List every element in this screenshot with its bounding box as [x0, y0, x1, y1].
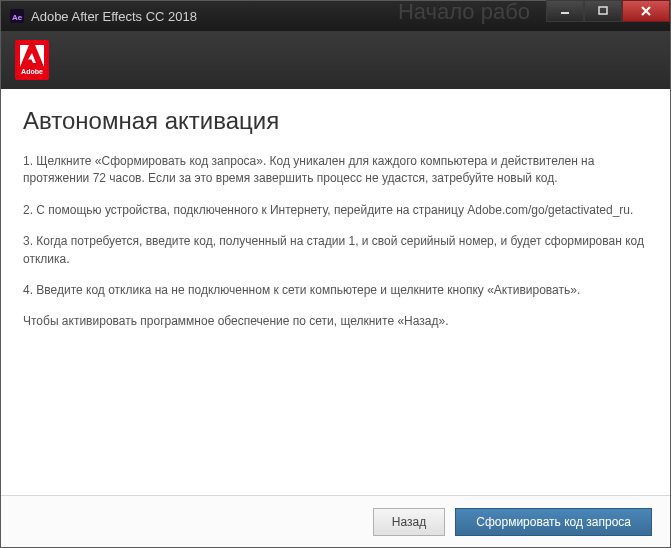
instruction-note: Чтобы активировать программное обеспечен…: [23, 313, 648, 330]
instruction-step-1: 1. Щелкните «Сформировать код запроса». …: [23, 153, 648, 188]
close-button[interactable]: [622, 0, 670, 22]
adobe-logo-text: Adobe: [21, 68, 43, 75]
window-title: Adobe After Effects CC 2018: [31, 9, 546, 24]
minimize-button[interactable]: [546, 0, 584, 22]
svg-text:Ae: Ae: [12, 13, 23, 22]
adobe-logo: Adobe: [15, 40, 49, 80]
content-area: Автономная активация 1. Щелкните «Сформи…: [1, 89, 670, 331]
svg-rect-3: [599, 7, 607, 14]
generate-request-code-button[interactable]: Сформировать код запроса: [455, 508, 652, 536]
maximize-button[interactable]: [584, 0, 622, 22]
instruction-step-3: 3. Когда потребуется, введите код, получ…: [23, 233, 648, 268]
back-button[interactable]: Назад: [373, 508, 445, 536]
app-window: Ae Adobe After Effects CC 2018 Начало ра…: [0, 0, 671, 548]
header-band: Adobe: [1, 31, 670, 89]
svg-rect-2: [561, 12, 569, 14]
instruction-step-4: 4. Введите код отклика на не подключенно…: [23, 282, 648, 299]
window-controls: [546, 1, 670, 31]
app-icon: Ae: [9, 8, 25, 24]
titlebar: Ae Adobe After Effects CC 2018 Начало ра…: [1, 1, 670, 31]
instruction-step-2: 2. С помощью устройства, подключенного к…: [23, 202, 648, 219]
footer: Назад Сформировать код запроса: [1, 495, 670, 547]
page-heading: Автономная активация: [23, 107, 648, 135]
